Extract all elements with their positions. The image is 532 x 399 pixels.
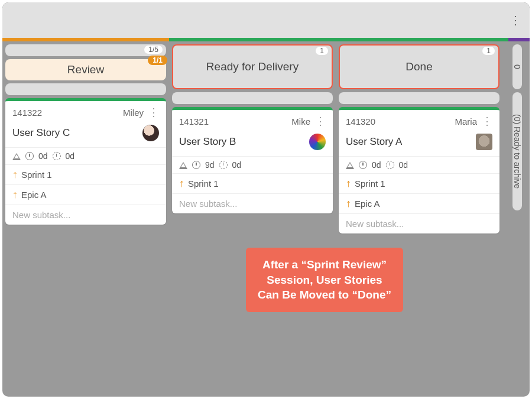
avatar[interactable] [309, 134, 326, 150]
arrow-up-icon: ↑ [346, 177, 351, 190]
card-menu-icon[interactable]: ⋮ [481, 115, 494, 128]
card-assignee: Maria [455, 116, 477, 126]
card-time-remaining: 0d [232, 160, 242, 170]
board-top-bar: ⋮ [2, 2, 530, 38]
card-id: 141322 [12, 108, 42, 118]
side-archive-label: (0) Ready to archive [512, 114, 522, 189]
column-done-header[interactable]: Done 1 [339, 44, 499, 89]
priority-icon [346, 161, 354, 168]
card-link-label: Epic A [21, 190, 47, 200]
card-title: User Story A [346, 136, 476, 148]
new-subtask-input[interactable]: New subtask... [5, 205, 166, 225]
new-subtask-input[interactable]: New subtask... [172, 193, 333, 213]
column-ready: Ready for Delivery 1 141321 Mike ⋮ User … [169, 41, 336, 236]
side-archive-pill[interactable]: (0) Ready to archive [512, 92, 522, 210]
card[interactable]: 141322 Miley ⋮ User Story C 0d 0d ↑ [5, 98, 166, 225]
column-review-outer-count: 1/5 [144, 46, 163, 54]
column-ready-count: 1 [316, 47, 328, 55]
side-count-pill[interactable]: 0 [512, 44, 522, 89]
side-count: 0 [512, 64, 522, 69]
annotation-callout: After a “Sprint Review” Session, User St… [246, 248, 403, 312]
arrow-up-icon: ↑ [346, 197, 351, 210]
card-time-elapsed: 9d [205, 160, 215, 170]
column-review-header[interactable]: Review 1/1 [5, 59, 166, 80]
column-done-count: 1 [482, 47, 495, 55]
card[interactable]: 141321 Mike ⋮ User Story B 9d 0d ↑ [172, 107, 333, 213]
column-review-badge: 1/1 [148, 56, 167, 65]
card-menu-icon[interactable]: ⋮ [147, 106, 160, 119]
clock-icon [25, 152, 34, 160]
card-id: 141320 [346, 116, 375, 126]
card-id: 141321 [179, 116, 209, 126]
card-link-label: Sprint 1 [21, 170, 52, 180]
clock-dashed-icon [219, 161, 228, 169]
column-ready-header[interactable]: Ready for Delivery 1 [172, 44, 333, 89]
card-time-elapsed: 0d [38, 151, 48, 161]
column-done-spacer [339, 92, 499, 104]
avatar[interactable] [142, 125, 159, 141]
new-subtask-input[interactable]: New subtask... [339, 213, 499, 233]
avatar[interactable] [476, 134, 492, 150]
card-menu-icon[interactable]: ⋮ [314, 115, 327, 128]
arrow-up-icon: ↑ [12, 168, 18, 181]
card-parent-link[interactable]: ↑ Epic A [339, 193, 499, 213]
card[interactable]: 141320 Maria ⋮ User Story A 0d 0d ↑ [339, 107, 499, 233]
column-review-spacer [5, 83, 166, 95]
column-done-label: Done [406, 60, 432, 73]
columns-container: 1/5 Review 1/1 141322 Miley ⋮ User Story… [2, 41, 502, 236]
clock-dashed-icon [53, 152, 61, 160]
card-assignee: Mike [291, 116, 310, 126]
card-parent-link[interactable]: ↑ Epic A [5, 184, 166, 205]
column-review: 1/5 Review 1/1 141322 Miley ⋮ User Story… [2, 41, 169, 236]
column-done: Done 1 141320 Maria ⋮ User Story A 0d [336, 41, 502, 236]
arrow-up-icon: ↑ [179, 177, 184, 190]
column-review-label: Review [67, 63, 104, 76]
card-link-label: Sprint 1 [188, 179, 219, 189]
card-time-elapsed: 0d [372, 160, 381, 170]
clock-dashed-icon [386, 161, 394, 169]
priority-icon [12, 153, 21, 160]
arrow-up-icon: ↑ [12, 189, 18, 201]
board-menu-icon[interactable]: ⋮ [510, 13, 521, 27]
card-time-remaining: 0d [399, 160, 408, 170]
side-rail: 0 (0) Ready to archive [511, 41, 530, 393]
clock-icon [192, 161, 200, 169]
card-assignee: Miley [123, 108, 144, 118]
card-title: User Story B [179, 136, 309, 148]
card-parent-link[interactable]: ↑ Sprint 1 [5, 164, 166, 184]
callout-text: After a “Sprint Review” Session, User St… [258, 258, 391, 301]
card-parent-link[interactable]: ↑ Sprint 1 [339, 173, 499, 193]
priority-icon [179, 161, 187, 168]
card-title: User Story C [12, 127, 142, 139]
card-link-label: Epic A [355, 199, 380, 209]
column-ready-label: Ready for Delivery [206, 60, 299, 73]
card-parent-link[interactable]: ↑ Sprint 1 [172, 173, 333, 193]
column-review-outer-header[interactable]: 1/5 [5, 44, 166, 56]
card-link-label: Sprint 1 [355, 179, 385, 189]
kanban-board: ⋮ 1/5 Review 1/1 141322 Miley ⋮ [2, 2, 530, 397]
card-time-remaining: 0d [66, 151, 75, 161]
column-ready-spacer [172, 92, 333, 104]
clock-icon [359, 161, 367, 169]
